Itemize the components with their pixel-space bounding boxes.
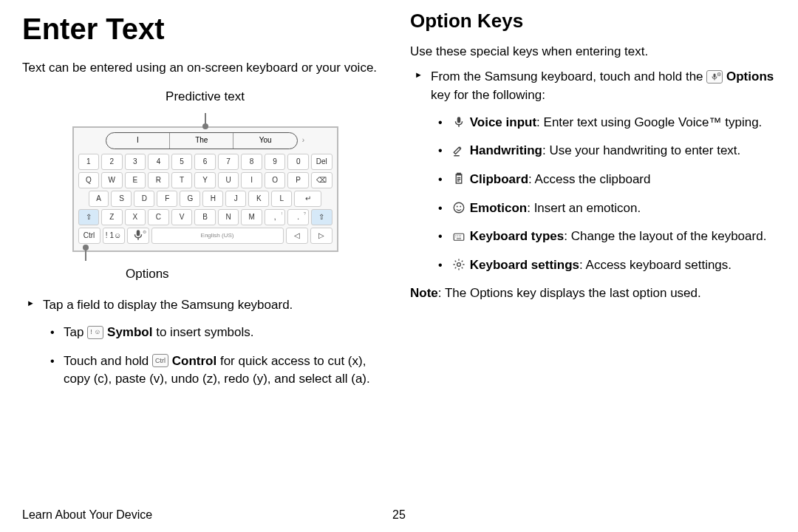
key-i: I [241, 172, 262, 188]
key-options-mic: ⚙ [127, 228, 149, 244]
option-keyboard-types: Keyboard types: Change the layout of the… [431, 228, 776, 246]
key-l: L [271, 191, 292, 207]
key-2: 2 [101, 154, 123, 170]
mic-icon [451, 115, 466, 129]
key-shift-right: ⇧ [311, 209, 332, 225]
predict-expand-icon: › [302, 135, 304, 146]
key-7: 7 [218, 154, 239, 170]
svg-point-2 [460, 206, 461, 208]
keyboard-illustration: I The You › 1 2 3 4 5 6 7 8 9 0 [72, 126, 338, 252]
step-tap-field: Tap a field to display the Samsung keybo… [22, 296, 388, 389]
clipboard-icon [451, 172, 466, 185]
svg-point-0 [454, 202, 464, 213]
key-arrow-left: ◁ [286, 228, 308, 244]
key-q: Q [78, 172, 100, 188]
key-d: D [134, 191, 154, 207]
key-row-1: 1 2 3 4 5 6 7 8 9 0 Del [78, 154, 332, 170]
intro-text: Text can be entered using an on-screen k… [22, 59, 388, 78]
key-8: 8 [241, 154, 262, 170]
key-del: Del [311, 154, 332, 170]
key-o: O [265, 172, 286, 188]
key-row-3: A S D F G H J K L ↵ [78, 191, 332, 207]
key-1: 1 [78, 154, 100, 170]
option-voice-input: Voice input: Enter text using Google Voi… [431, 114, 776, 132]
options-key-icon: ⚙ [706, 70, 723, 83]
predictive-text-bar: I The You [106, 132, 298, 149]
handwriting-icon [451, 144, 466, 157]
key-j: J [225, 191, 246, 207]
key-m: M [241, 209, 262, 225]
svg-point-1 [457, 206, 458, 208]
key-w: W [101, 172, 123, 188]
key-9: 9 [265, 154, 286, 170]
key-r: R [148, 172, 169, 188]
key-0: 0 [287, 154, 309, 170]
symbol-key-icon: ! ☺ [87, 326, 103, 339]
key-g: G [180, 191, 200, 207]
key-4: 4 [148, 154, 169, 170]
key-v: V [171, 209, 193, 225]
key-t: T [171, 172, 193, 188]
callout-connector-top [205, 113, 206, 126]
predict-3: You [233, 133, 296, 149]
option-handwriting: Handwriting: Use your handwriting to ent… [431, 142, 776, 160]
key-comma: ,! [265, 209, 286, 225]
key-k: K [248, 191, 269, 207]
key-e: E [125, 172, 146, 188]
key-x: X [125, 209, 146, 225]
predictive-label: Predictive text [22, 88, 388, 106]
key-f: F [157, 191, 177, 207]
step-options-key: From the Samsung keyboard, touch and hol… [410, 68, 776, 274]
key-a: A [89, 191, 109, 207]
emoticon-icon [451, 201, 466, 214]
key-u: U [218, 172, 239, 188]
key-symbol: ! 1☺ [103, 228, 125, 244]
option-emoticon: Emoticon: Insert an emoticon. [431, 200, 776, 218]
predict-2: The [170, 133, 233, 149]
key-z: Z [101, 209, 123, 225]
key-c: C [148, 209, 169, 225]
key-ctrl: Ctrl [78, 228, 100, 244]
note-text: Note: The Options key displays the last … [410, 284, 776, 303]
key-row-5: Ctrl ! 1☺ ⚙ English (US) ◁ ▷ [78, 228, 332, 244]
page-title: Enter Text [22, 7, 388, 50]
keyboard-icon [451, 230, 466, 243]
key-period: .? [287, 209, 309, 225]
key-5: 5 [171, 154, 193, 170]
key-s: S [111, 191, 132, 207]
svg-point-4 [457, 263, 461, 267]
keyboard-figure: Predictive text I The You › 1 2 3 4 5 [22, 88, 388, 284]
key-6: 6 [194, 154, 216, 170]
key-arrow-right: ▷ [310, 228, 332, 244]
key-space: English (US) [151, 228, 284, 244]
section-title-option-keys: Option Keys [410, 7, 776, 35]
options-label: Options [126, 267, 169, 281]
option-clipboard: Clipboard: Access the clipboard [431, 171, 776, 189]
substep-symbol: Tap ! ☺ Symbol to insert symbols. [43, 324, 388, 342]
key-p: P [287, 172, 309, 188]
key-b: B [194, 209, 216, 225]
option-keyboard-settings: Keyboard settings: Access keyboard setti… [431, 256, 776, 275]
key-h: H [202, 191, 223, 207]
key-n: N [218, 209, 239, 225]
ctrl-key-icon: Ctrl [152, 354, 168, 367]
callout-connector-bottom [85, 248, 86, 261]
option-keys-intro: Use these special keys when entering tex… [410, 43, 776, 61]
substep-control: Touch and hold Ctrl Control for quick ac… [43, 352, 388, 389]
key-y: Y [194, 172, 216, 188]
key-backspace: ⌫ [311, 172, 332, 188]
key-3: 3 [125, 154, 146, 170]
key-shift-left: ⇧ [78, 209, 100, 225]
gear-icon [451, 258, 466, 271]
predict-1: I [106, 133, 170, 149]
footer-section: Learn About Your Device [22, 506, 152, 523]
key-enter: ↵ [294, 191, 321, 207]
footer-page-number: 25 [392, 506, 406, 523]
key-row-4: ⇧ Z X C V B N M ,! .? ⇧ [78, 209, 332, 225]
key-row-2: Q W E R T Y U I O P ⌫ [78, 172, 332, 188]
